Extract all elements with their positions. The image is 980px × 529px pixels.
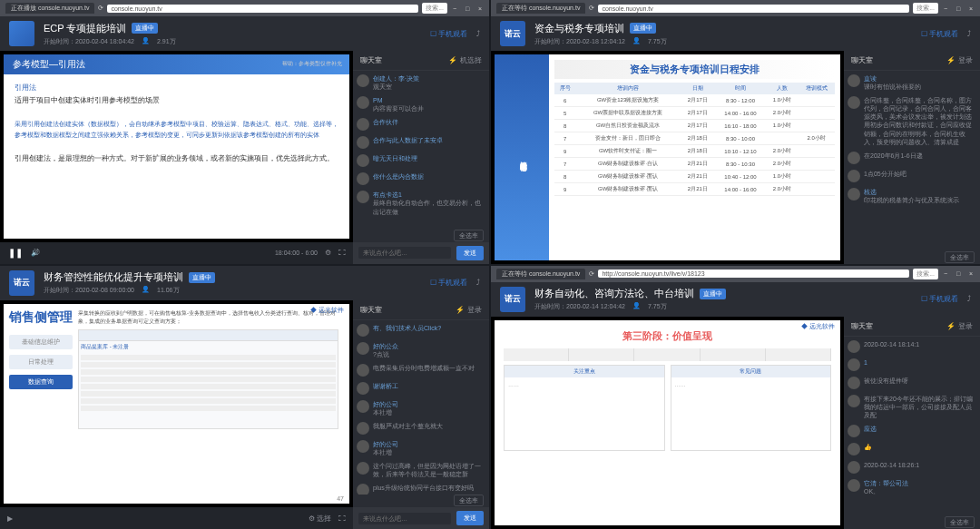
send-button[interactable]: 发送 (456, 246, 484, 260)
msg-name: 合作与此人数据了未安卓 (373, 136, 485, 144)
chat-login[interactable]: ⚡机选择 (448, 55, 482, 65)
search-box[interactable]: 搜索... (422, 3, 447, 14)
table-header: 时间 (715, 83, 767, 94)
bolt-icon: ⚡ (946, 322, 956, 330)
send-button[interactable]: 发送 (456, 511, 484, 525)
pane-auto: 正在等待 console.nuoyun.tv ⟳ http://console.… (491, 266, 980, 530)
settings-icon[interactable]: ⚙ 选择 (309, 514, 331, 524)
chat-panel: 聊天室⚡登录 有、我们技术人员Click?好的公众?点说电费采集后分时电费增减额… (353, 300, 489, 530)
chat-login[interactable]: ⚡登录 (456, 305, 482, 315)
phase-title: 第三阶段：价值呈现 (504, 329, 831, 343)
browser-tab[interactable]: 正在播放 console.nuoyun.tv (5, 3, 94, 14)
chat-message: 2020-02-14 18:26:1 (848, 461, 976, 474)
chat-login[interactable]: ⚡登录 (946, 55, 973, 65)
msg-text: 最终自动化自动合作，也交易分析，也出记在做 (373, 200, 481, 214)
msg-name: 好的公众 (373, 342, 485, 350)
pane-tax: 正在等待 console.nuoyun.tv ⟳ console.nuoyun.… (491, 0, 980, 264)
live-badge: 直播中 (189, 272, 215, 283)
table-header: 序号 (554, 83, 575, 94)
chat-tab-label[interactable]: 聊天室 (360, 305, 382, 315)
close-icon[interactable]: × (967, 270, 975, 278)
browser-tab[interactable]: 正在等待 console.nuoyun.tv (496, 269, 585, 279)
share-icon[interactable]: ⤴ (476, 279, 480, 287)
url-box[interactable]: console.nuoyun.tv (107, 5, 418, 13)
avatar (848, 395, 860, 407)
share-icon[interactable]: ⤴ (967, 30, 971, 38)
play-icon[interactable]: ▶ (7, 514, 13, 523)
viewers-icon: 👤 (142, 37, 150, 46)
chat-input[interactable] (358, 247, 451, 259)
refresh-icon[interactable]: ⟳ (98, 5, 103, 12)
chat-panel: 聊天室 ⚡机选择 创建人：李·决策观天室PM内容需要可以合并合作伙伴合作与此人数… (353, 51, 489, 264)
msg-name: 有、我们技术人员Click? (373, 324, 485, 332)
sales-title: 销售侧管理 (9, 309, 73, 326)
select-all-button[interactable]: 全选率 (454, 230, 484, 241)
logo-icon (9, 21, 34, 46)
phase-col-focus: 关注重点…… (504, 365, 665, 451)
avatar (848, 425, 860, 437)
chat-input[interactable] (358, 513, 451, 524)
chat-messages: 直读课时有怕说补很要的合同殊整，合同殊整，合同名称，图方代列，合同记录，合同合同… (844, 71, 980, 251)
maximize-icon[interactable]: □ (464, 5, 471, 12)
start-time: 开始时间：2020-02-14 12:04:42 (534, 302, 625, 311)
fullscreen-icon[interactable]: ⛶ (338, 514, 346, 523)
msg-name: 有点卡选1 (373, 191, 485, 199)
table-header: 人数 (766, 83, 798, 94)
chat-tab-label[interactable]: 聊天室 (851, 321, 873, 331)
refresh-icon[interactable]: ⟳ (589, 5, 594, 12)
minimize-icon[interactable]: − (942, 270, 949, 278)
avatar (357, 96, 369, 109)
slide-p4: 引用创建法，是最理想的一种方式。对于新扩展的业务领域，或者新的实施项目，优先选择… (15, 152, 338, 165)
start-time: 开始时间：2020-02-04 18:04:42 (44, 37, 134, 46)
avatar (357, 154, 369, 167)
select-all-button[interactable]: 全选率 (454, 495, 484, 506)
phone-watch-link[interactable]: ☐ 手机观看 (430, 29, 467, 39)
chat-message: plus升级给统协同平台接口有变好吗 (357, 484, 485, 495)
chat-tab-label[interactable]: 聊天室 (851, 55, 873, 65)
chat-message: 有点卡选1最终自动化自动合作，也交易分析，也出记在做 (357, 191, 485, 215)
maximize-icon[interactable]: □ (955, 5, 962, 12)
video-controls: ❚❚ 🔊 18:04:00 - 6:00 ⚙ ⛶ (0, 242, 353, 264)
share-icon[interactable]: ⤴ (967, 295, 971, 303)
chat-message: 👍 (848, 443, 976, 456)
live-badge: 直播中 (700, 289, 726, 299)
close-icon[interactable]: × (476, 5, 484, 12)
url-box[interactable]: http://console.nuoyun.tv/live/v/18123 (598, 269, 909, 278)
video-area: 培训表格未开始 敬请耐心等待 资金与税务专项培训日程安排 序号培训内容日期时间人… (491, 51, 844, 264)
search-box[interactable]: 搜索... (913, 269, 938, 279)
select-all-button[interactable]: 全选率 (945, 516, 975, 528)
maximize-icon[interactable]: □ (955, 270, 962, 278)
table-row: 9GW软件时支付证：圈一2月18日10:10 - 12:102.0小时 (554, 145, 835, 158)
fullscreen-icon[interactable]: ⛶ (338, 249, 346, 257)
avatar (357, 118, 369, 131)
phone-watch-link[interactable]: ☐ 手机观看 (921, 294, 958, 304)
chat-message: PM内容需要可以合并 (357, 96, 485, 113)
table-header: 培训内容 (575, 83, 681, 94)
slide-p3: 采用引用创建法创建实体（数据模型），会自动继承参考模型中项目、校验运算、隐表达式… (15, 119, 338, 141)
minimize-icon[interactable]: − (451, 5, 458, 12)
select-all-button[interactable]: 全选率 (945, 251, 975, 263)
close-icon[interactable]: × (967, 5, 975, 12)
avatar (848, 170, 860, 182)
browser-tab[interactable]: 正在等待 console.nuoyun.tv (496, 3, 585, 14)
chat-login[interactable]: ⚡登录 (946, 321, 973, 331)
volume-icon[interactable]: 🔊 (31, 249, 40, 257)
viewers-icon: 👤 (632, 37, 641, 46)
msg-name: 好的公司 (373, 400, 485, 408)
chat-tab-label[interactable]: 聊天室 (360, 55, 382, 65)
msg-name: 好的公司 (373, 440, 485, 448)
pause-button[interactable]: ❚❚ (7, 245, 24, 261)
search-box[interactable]: 搜索... (913, 3, 938, 14)
settings-icon[interactable]: ⚙ (325, 249, 331, 257)
minimize-icon[interactable]: − (942, 5, 949, 12)
msg-name: 它清：帮公司法 (864, 479, 976, 487)
share-icon[interactable]: ⤴ (476, 30, 480, 38)
phone-watch-link[interactable]: ☐ 手机观看 (430, 278, 467, 288)
url-box[interactable]: console.nuoyun.tv (598, 5, 909, 13)
table-row: 5GW票据中联系据设连接方案2月17日14:00 - 16:002.0小时 (554, 107, 835, 120)
chat-message: 被使没有提件呀 (848, 377, 976, 389)
msg-name: 暗无天日和处理 (373, 154, 485, 162)
refresh-icon[interactable]: ⟳ (589, 270, 594, 278)
phone-watch-link[interactable]: ☐ 手机观看 (921, 29, 958, 39)
msg-text: 这个问过高峰，但是因为网处语增了一效，后来等个得法又是一般稳定新 (373, 463, 481, 477)
